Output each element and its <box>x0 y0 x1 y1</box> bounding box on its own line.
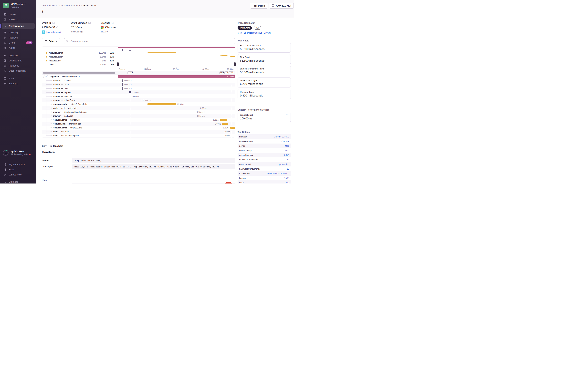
tag-value-link[interactable]: 8 GB <box>284 154 289 156</box>
tag-value-link[interactable]: Chrome <box>282 140 289 142</box>
sidebar-item-help[interactable]: Help <box>2 167 35 172</box>
span-tick[interactable] <box>206 115 206 117</box>
json-button[interactable]: JSON (8.5 KiB) <box>269 3 294 8</box>
sidebar-item-stats[interactable]: Stats <box>2 76 35 81</box>
project-link[interactable]: javascript-react <box>46 31 61 33</box>
span-row-browser-request[interactable]: browser — request1.20ms <box>42 91 235 94</box>
span-row-resource-script-static-js-bundle-js[interactable]: resource.script — /static/js/bundle.js13… <box>42 102 235 106</box>
span-bar-domcontentloadedevent[interactable] <box>204 111 204 113</box>
span-row-browser-connect[interactable]: browser — connect0.00ms⚠ <box>42 79 235 83</box>
legend-item-resource-script[interactable]: resource.script13.9ms59% <box>46 51 114 54</box>
header-key: User-Agent <box>42 165 53 168</box>
sidebar: M MSIT,delhi SaiAshish IssuesProjectsPer… <box>0 0 36 184</box>
sidebar-item-discover[interactable]: Discover <box>2 53 35 58</box>
span-row-browser-unloadevent[interactable]: browser — unloadEvent0.00ms⚠ <box>42 98 235 102</box>
page-title: / <box>42 8 43 14</box>
span-row-paint-first-contentful-paint[interactable]: paint — first-contentful-paint0.00ms <box>42 134 235 138</box>
request-host: localhost <box>53 145 63 147</box>
help-question-icon[interactable]: ? <box>52 22 55 24</box>
tag-value-link[interactable]: body > div#root > div.... <box>267 172 289 175</box>
span-row-pageload-869d3e269604f974[interactable]: 15pageload — 869d3e269604f97457.40ms <box>42 75 235 79</box>
minimap-right-knob[interactable] <box>234 62 236 66</box>
collapse-button[interactable]: Collapse <box>2 179 35 184</box>
span-row-browser-domcontentloadedevent[interactable]: browser — domContentLoadedEvent0.10ms <box>42 110 235 114</box>
help-question-icon[interactable]: ? <box>88 22 91 24</box>
help-question-icon[interactable]: ? <box>111 22 113 24</box>
sidebar-item-dashboards[interactable]: Dashboards <box>2 58 35 63</box>
view-full-trace-link[interactable]: View Full Trace: 8f95b92a (1 event) <box>238 32 292 34</box>
sidebar-item-crons[interactable]: Cronsbeta <box>2 40 35 45</box>
tag-value-link[interactable]: 4g <box>287 158 289 161</box>
sidebar-item-settings[interactable]: Settings <box>2 81 35 86</box>
span-tick[interactable] <box>122 83 122 86</box>
filter-button[interactable]: Filter <box>42 38 60 44</box>
copy-icon[interactable] <box>56 26 59 29</box>
sidebar-item-issues[interactable]: Issues <box>2 12 35 17</box>
stats-icon <box>4 77 7 80</box>
span-tick[interactable] <box>142 99 142 101</box>
breadcrumb: Performance › Transaction Summary › Even… <box>42 4 96 7</box>
vital-card-first-contentful-paint: First Contentful Paint55.500 millisecond… <box>238 43 291 53</box>
span-bar--manifest-json[interactable] <box>222 123 228 125</box>
sidebar-item-projects[interactable]: Projects <box>2 17 35 22</box>
org-switcher[interactable]: M MSIT,delhi SaiAshish <box>3 3 26 8</box>
tag-value-link[interactable]: 12 <box>287 168 289 170</box>
quickstart-title: Quick Start <box>11 150 31 153</box>
span-row-resource-link-manifest-json[interactable]: resource.link — /manifest.json3.00ms <box>42 122 235 126</box>
legend-item-other[interactable]: Other1.3ms5% <box>46 63 114 66</box>
quickstart-button[interactable]: 11 Quick Start 11 Remaining tasks <box>2 150 31 156</box>
tag-value-link[interactable]: Chrome 113.0.0 <box>274 135 289 138</box>
span-row-resource-other-favicon-ico[interactable]: resource.other — /favicon.ico3.20ms <box>42 118 235 122</box>
legend-item-resource-other[interactable]: resource.other5.5ms23% <box>46 55 114 58</box>
span-tick[interactable] <box>122 79 122 82</box>
span-bar--favicon-ico[interactable] <box>220 119 227 121</box>
metric-menu-button[interactable]: ••• <box>286 114 289 116</box>
span-row-browser-cache[interactable]: browser — cache0.00ms⚠ <box>42 83 235 86</box>
sidebar-item-replays[interactable]: Replays <box>2 35 35 40</box>
unknown-trace-pill[interactable]: ??? <box>254 26 261 30</box>
sidebar-item-my-sentry-trial[interactable]: My Sentry Trial <box>2 162 35 167</box>
span-bar-request[interactable] <box>129 92 131 93</box>
sidebar-item-what-s-new[interactable]: What's new <box>2 172 35 177</box>
child-count-badge[interactable]: 15 <box>43 75 48 78</box>
this-event-pill[interactable]: This Event <box>238 26 252 30</box>
hide-details-button[interactable]: Hide Details <box>250 3 268 8</box>
span-row-mark-sentry-tracing-init[interactable]: mark — sentry-tracing-init0.00ms <box>42 106 235 110</box>
tag-value-link[interactable]: Mac <box>285 149 289 152</box>
sidebar-item-releases[interactable]: Releases <box>2 63 35 68</box>
time-ago[interactable]: a minute ago <box>71 31 83 33</box>
span-row-browser-response[interactable]: browser — response0.40ms <box>42 94 235 98</box>
search-input[interactable] <box>70 40 233 43</box>
span-tick[interactable] <box>122 87 122 90</box>
request-path: / <box>48 145 48 147</box>
sidebar-item-profiling[interactable]: Profiling <box>2 30 35 35</box>
horizontal-scrollbar[interactable] <box>43 72 115 74</box>
tag-value-link[interactable]: info <box>286 181 289 184</box>
span-row-paint-first-paint[interactable]: paint — first-paint0.00ms <box>42 130 235 134</box>
tag-value-link[interactable]: 1530 <box>284 177 289 179</box>
legend-item-resource-link[interactable]: resource.link3ms13% <box>46 59 114 62</box>
waterfall-minimap[interactable] <box>118 47 235 67</box>
quickstart-subtitle: 11 Remaining tasks <box>11 153 28 156</box>
span-row-browser-dns[interactable]: browser — DNS0.00ms⚠ <box>42 86 235 91</box>
external-link-icon[interactable] <box>50 144 52 148</box>
profiling-icon <box>4 31 7 34</box>
tag-value-link[interactable]: Mac <box>285 145 289 147</box>
span-duration: 0.00ms <box>200 106 207 110</box>
span-row-browser-loadevent[interactable]: browser — loadEvent0.00ms⚠ <box>42 114 235 118</box>
span-bar-pageload[interactable]: 57.40ms <box>118 75 235 78</box>
help-question-icon[interactable]: ? <box>256 22 258 24</box>
whatsnew-icon <box>4 173 7 176</box>
span-bar--static-js-bundle-js[interactable] <box>147 103 176 105</box>
span-row-resource-other-logo192-png[interactable]: resource.other — /logo192.png2.30ms <box>42 126 235 130</box>
vital-chip-lcp: LCP <box>229 71 234 74</box>
tag-value-link[interactable]: production <box>279 163 289 166</box>
tree-trunk <box>46 79 46 136</box>
breadcrumb-transaction-summary[interactable]: Transaction Summary <box>58 4 80 7</box>
axis-label: 14.35ms <box>144 68 151 70</box>
sidebar-item-user-feedback[interactable]: User Feedback <box>2 68 35 73</box>
breadcrumb-performance[interactable]: Performance <box>42 4 54 7</box>
sidebar-item-performance[interactable]: Performance <box>2 23 35 29</box>
span-tick[interactable] <box>199 107 199 109</box>
sidebar-item-alerts[interactable]: Alerts <box>2 45 35 50</box>
